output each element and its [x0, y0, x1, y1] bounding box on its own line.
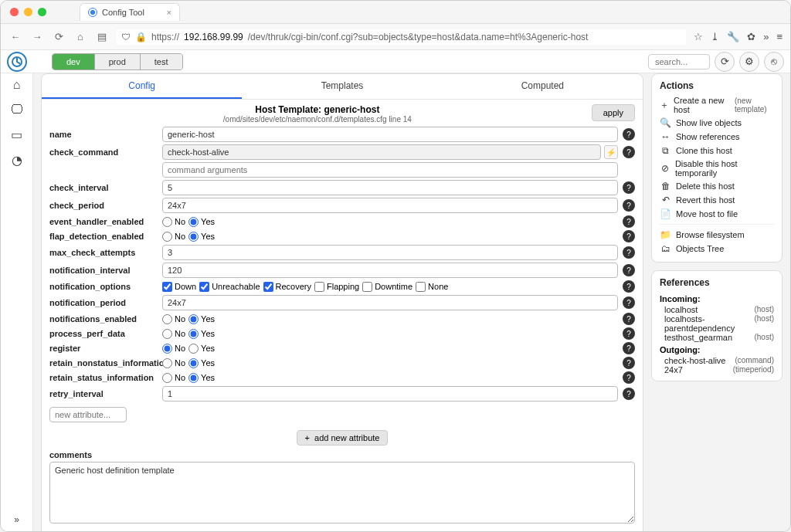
notifications_enabled-yes[interactable]: Yes: [188, 314, 215, 324]
action-show-references[interactable]: ↔Show references: [660, 130, 774, 144]
action-show-live-objects[interactable]: 🔍Show live objects: [660, 116, 774, 130]
check_interval-input[interactable]: [162, 180, 618, 195]
help-icon[interactable]: ?: [623, 296, 635, 309]
check_command-input[interactable]: [162, 144, 601, 160]
flap_detection_enabled-yes[interactable]: Yes: [188, 232, 215, 242]
rail-gauge-icon[interactable]: ◔: [12, 153, 22, 168]
notification_options-down[interactable]: Down: [162, 282, 196, 292]
url-prefix: https://: [151, 32, 179, 42]
tab-templates[interactable]: Templates: [242, 74, 442, 99]
refresh-button[interactable]: ⟳: [715, 52, 735, 72]
help-icon[interactable]: ?: [623, 146, 635, 158]
comments-textarea[interactable]: [49, 462, 635, 524]
max_check_attempts-input[interactable]: [162, 245, 618, 260]
check_period-input[interactable]: [162, 198, 618, 213]
url-bar[interactable]: 🛡 🔒 https://192.168.99.99/dev/thruk/cgi-…: [117, 29, 686, 45]
help-icon[interactable]: ?: [623, 357, 635, 369]
help-icon[interactable]: ?: [623, 215, 635, 228]
rail-reports-icon[interactable]: ▭: [11, 127, 22, 142]
help-icon[interactable]: ?: [623, 128, 635, 141]
name-input[interactable]: [162, 127, 618, 142]
env-tab-dev[interactable]: dev: [53, 54, 95, 69]
notification_options-unreachable[interactable]: Unreachable: [199, 282, 260, 292]
event_handler_enabled-yes[interactable]: Yes: [188, 217, 215, 227]
help-icon[interactable]: ?: [623, 230, 635, 242]
action-browse-filesystem[interactable]: 📁Browse filesystem: [660, 228, 774, 242]
add-attribute-button[interactable]: + add new attribute: [297, 430, 389, 446]
app-logo-icon[interactable]: [7, 52, 27, 72]
help-icon[interactable]: ?: [623, 264, 635, 276]
browser-tab[interactable]: Config Tool ×: [80, 3, 180, 21]
notification_options-downtime[interactable]: Downtime: [362, 282, 412, 292]
notification_period-input[interactable]: [162, 295, 618, 310]
process_perf_data-yes[interactable]: Yes: [188, 329, 215, 339]
help-icon[interactable]: ?: [623, 388, 635, 400]
action-delete-this-host[interactable]: 🗑Delete this host: [660, 179, 774, 193]
help-icon[interactable]: ?: [623, 313, 635, 325]
download-icon[interactable]: ⤓: [711, 31, 719, 42]
tab-config[interactable]: Config: [42, 74, 242, 99]
reference-item[interactable]: check-host-alive(command): [660, 356, 774, 365]
action-create-a-new-host[interactable]: ＋Create a new host(new template): [660, 94, 774, 116]
notifications_enabled-no[interactable]: No: [162, 314, 185, 324]
notification_options-none[interactable]: None: [416, 282, 448, 292]
extension-icon[interactable]: ✿: [747, 31, 755, 42]
action-disable-this-host-temporarily[interactable]: ⊘Disable this host temporarily: [660, 158, 774, 179]
search-input[interactable]: [648, 54, 710, 69]
logout-button[interactable]: ⎋: [764, 52, 784, 72]
rail-home-icon[interactable]: ⌂: [13, 78, 21, 92]
menu-icon[interactable]: ≡: [776, 31, 783, 42]
help-icon[interactable]: ?: [623, 371, 635, 384]
new-attribute-input[interactable]: [49, 407, 127, 422]
bookmark-icon[interactable]: ☆: [694, 31, 703, 42]
action-revert-this-host[interactable]: ↶Revert this host: [660, 193, 774, 207]
help-icon[interactable]: ?: [623, 181, 635, 194]
register-yes[interactable]: Yes: [188, 344, 215, 354]
action-clone-this-host[interactable]: ⧉Clone this host: [660, 144, 774, 158]
tab-close-icon[interactable]: ×: [167, 8, 171, 17]
nav-forward-icon[interactable]: →: [30, 31, 44, 42]
action-objects-tree[interactable]: 🗂Objects Tree: [660, 242, 774, 256]
wizard-icon[interactable]: ⚡: [604, 145, 618, 159]
process_perf_data-no[interactable]: No: [162, 329, 185, 339]
apply-top-button[interactable]: apply: [592, 104, 635, 121]
nav-reload-icon[interactable]: ⟳: [52, 31, 66, 42]
tab-computed[interactable]: Computed: [443, 74, 643, 99]
help-icon[interactable]: ?: [623, 246, 635, 259]
notification_options-flapping[interactable]: Flapping: [314, 282, 359, 292]
reference-item[interactable]: testhost_gearman(host): [660, 333, 774, 342]
retain_nonstatus_information-yes[interactable]: Yes: [188, 358, 215, 368]
retain_status_information-no[interactable]: No: [162, 373, 185, 383]
nav-home-icon[interactable]: ⌂: [73, 31, 87, 42]
action-move-host-to-file[interactable]: 📄Move host to file: [660, 207, 774, 221]
check_command-args-input[interactable]: [162, 162, 618, 178]
rail-expand-icon[interactable]: »: [14, 514, 19, 525]
reference-item[interactable]: localhost(host): [660, 305, 774, 314]
help-icon[interactable]: ?: [623, 199, 635, 212]
reference-item[interactable]: 24x7(timeperiod): [660, 365, 774, 374]
reference-item[interactable]: localhosts-parentdependency(host): [660, 314, 774, 333]
retain_nonstatus_information-no[interactable]: No: [162, 358, 185, 368]
flap_detection_enabled-label: flap_detection_enabled: [49, 232, 158, 241]
event_handler_enabled-no[interactable]: No: [162, 217, 185, 227]
env-tab-test[interactable]: test: [141, 54, 182, 69]
notification_options-recovery[interactable]: Recovery: [263, 282, 311, 292]
register-no[interactable]: No: [162, 344, 185, 354]
window-zoom-icon[interactable]: [38, 8, 46, 16]
notification_interval-input[interactable]: [162, 263, 618, 278]
window-minimize-icon[interactable]: [24, 8, 32, 16]
help-icon[interactable]: ?: [623, 327, 635, 340]
window-close-icon[interactable]: [10, 8, 19, 16]
overflow-icon[interactable]: »: [763, 31, 769, 42]
nav-reader-icon[interactable]: ▤: [95, 31, 109, 42]
help-icon[interactable]: ?: [623, 342, 635, 354]
flap_detection_enabled-no[interactable]: No: [162, 232, 185, 242]
help-icon[interactable]: ?: [623, 280, 635, 293]
nav-back-icon[interactable]: ←: [8, 31, 22, 42]
settings-button[interactable]: ⚙: [739, 52, 759, 72]
retry_interval-input[interactable]: [162, 386, 618, 402]
rail-monitor-icon[interactable]: 🖵: [11, 103, 23, 117]
wrench-icon[interactable]: 🔧: [727, 31, 739, 42]
env-tab-prod[interactable]: prod: [95, 54, 141, 69]
retain_status_information-yes[interactable]: Yes: [188, 373, 215, 383]
